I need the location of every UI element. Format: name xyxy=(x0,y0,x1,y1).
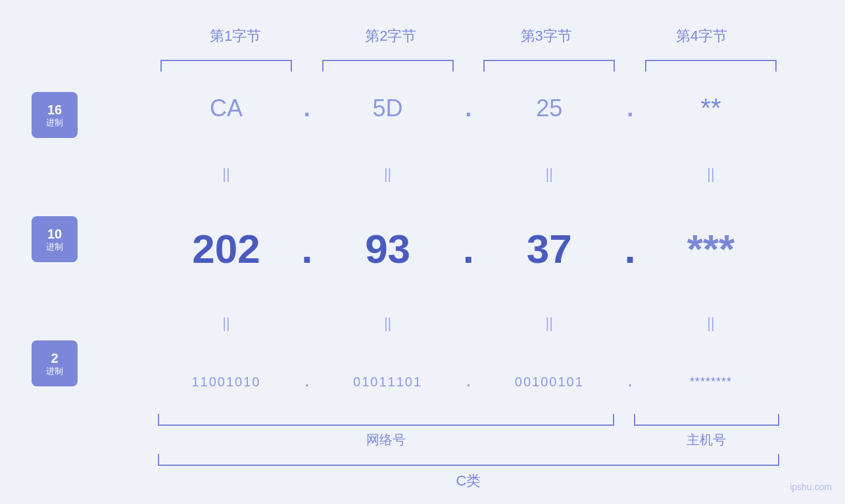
dec-val-3: 37 xyxy=(483,225,615,272)
col-header-3: 第3字节 xyxy=(481,26,612,46)
top-brackets xyxy=(132,59,806,72)
bin-dot-2: . xyxy=(458,375,478,390)
main-area: 第1字节 第2字节 第3字节 第4字节 CA . 5D . 25 . xyxy=(132,13,806,491)
network-bracket-container: 网络号 xyxy=(158,414,614,449)
class-label: C类 xyxy=(456,471,481,491)
hex-val-1: CA xyxy=(160,95,292,122)
bracket-3 xyxy=(483,60,615,72)
bin-val-3: 00100101 xyxy=(483,375,615,390)
bin-row: 11001010 . 01011101 . 00100101 . *******… xyxy=(132,375,806,390)
hex-dot-2: . xyxy=(458,95,478,122)
hex-val-2: 5D xyxy=(322,95,454,122)
col-header-2: 第2字节 xyxy=(325,26,456,46)
dec-dot-2: . xyxy=(458,225,478,272)
column-headers: 第1字节 第2字节 第3字节 第4字节 xyxy=(132,13,806,59)
bottom-section: 网络号 主机号 C类 xyxy=(132,414,806,491)
dec-dot-3: . xyxy=(620,225,640,272)
network-label: 网络号 xyxy=(366,431,406,449)
dec-number: 10 xyxy=(47,226,62,242)
dec-val-2: 93 xyxy=(322,225,454,272)
dec-unit: 进制 xyxy=(46,242,63,252)
bin-val-4: ******** xyxy=(645,375,777,389)
dec-val-4: *** xyxy=(645,225,777,272)
equals-4: || xyxy=(645,166,777,183)
host-label: 主机号 xyxy=(687,431,726,449)
equals-7: || xyxy=(483,315,615,332)
equals-1: || xyxy=(160,166,292,183)
bin-badge: 2 进制 xyxy=(32,340,78,386)
equals-row-1: || || || || xyxy=(132,166,806,183)
dec-row: 202 . 93 . 37 . *** xyxy=(132,225,806,272)
left-badges: 16 进制 10 进制 2 进制 xyxy=(32,0,78,504)
class-bracket-container: C类 xyxy=(158,454,779,491)
host-bracket-container: 主机号 xyxy=(634,414,779,449)
hex-val-4: ** xyxy=(645,93,777,123)
watermark: ipshu.com xyxy=(790,482,832,492)
hex-badge: 16 进制 xyxy=(32,92,78,138)
hex-dot-3: . xyxy=(620,95,640,122)
network-bracket-line xyxy=(158,414,614,426)
bin-number: 2 xyxy=(51,350,58,366)
dec-badge: 10 进制 xyxy=(32,216,78,262)
hex-number: 16 xyxy=(47,102,62,118)
bracket-2 xyxy=(322,60,454,72)
equals-8: || xyxy=(645,315,777,332)
bin-val-2: 01011101 xyxy=(322,375,454,390)
bracket-4 xyxy=(645,60,777,72)
hex-val-3: 25 xyxy=(483,95,615,122)
hex-unit: 进制 xyxy=(46,118,63,128)
equals-3: || xyxy=(483,166,615,183)
equals-row-2: || || || || xyxy=(132,315,806,332)
hex-row: CA . 5D . 25 . ** xyxy=(132,93,806,123)
bin-dot-1: . xyxy=(297,375,317,390)
class-bracket-line xyxy=(158,454,779,466)
hex-dot-1: . xyxy=(297,95,317,122)
bracket-1 xyxy=(160,60,292,72)
network-host-brackets: 网络号 主机号 xyxy=(158,414,779,449)
bin-unit: 进制 xyxy=(46,366,63,377)
equals-5: || xyxy=(160,315,292,332)
bin-val-1: 11001010 xyxy=(160,375,292,390)
main-container: 16 进制 10 进制 2 进制 第1字节 第2字节 第3字节 第4字节 xyxy=(0,0,845,504)
data-section: CA . 5D . 25 . ** || || || || 202 xyxy=(132,72,806,411)
host-bracket-line xyxy=(634,414,779,426)
equals-2: || xyxy=(322,166,454,183)
dec-val-1: 202 xyxy=(160,225,292,272)
equals-6: || xyxy=(322,315,454,332)
dec-dot-1: . xyxy=(297,225,317,272)
col-header-1: 第1字节 xyxy=(170,26,301,46)
bin-dot-3: . xyxy=(620,375,640,390)
col-header-4: 第4字节 xyxy=(636,26,767,46)
